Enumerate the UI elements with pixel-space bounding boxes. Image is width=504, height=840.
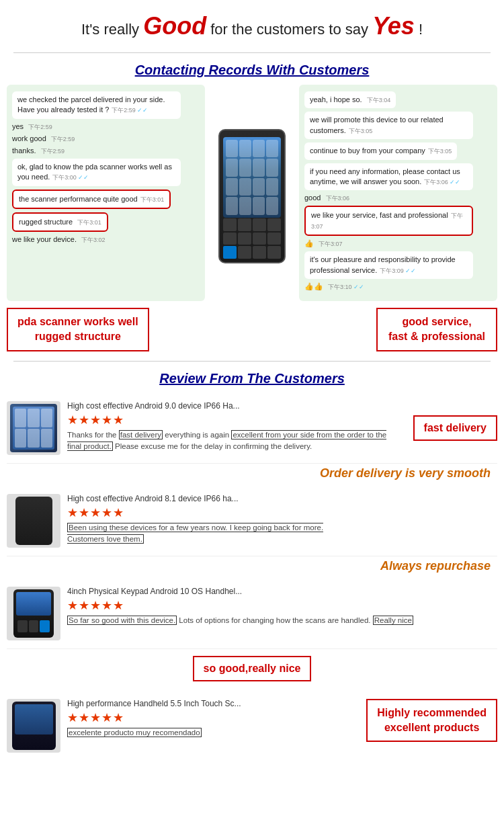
review-callout-4: Highly recommendedexcellent products xyxy=(366,699,497,743)
review-stars-4: ★★★★★ xyxy=(67,710,360,725)
review-callout-3-wrap: so good,really nice xyxy=(7,653,497,684)
callout-left-line1: pda scanner works well xyxy=(17,316,138,327)
review-text-3: So far so good with this device. Lots of… xyxy=(67,615,497,626)
review-product-3: 4inch Physical Keypad Android 10 OS Hand… xyxy=(67,587,497,596)
review-thumb-3 xyxy=(7,587,60,640)
chat-right-panel: yeah, i hope so. 下午3:04 we will promote … xyxy=(299,85,497,301)
chat-left-line-workgood: work good 下午2:59 xyxy=(12,134,200,144)
chat-left-line-thanks: thanks. 下午2:59 xyxy=(12,146,200,156)
callout-right-line1: good service, xyxy=(402,316,471,327)
chat-left-panel: we checked the parcel delivered in your … xyxy=(7,85,205,301)
review-item-1: High cost effective Android 9.0 device I… xyxy=(7,393,497,464)
review-thumb-1 xyxy=(7,401,60,455)
reviews-divider xyxy=(13,361,491,362)
chat-right-bubble-6: it's our pleasure and responsibility to … xyxy=(304,251,473,279)
review-stars-3: ★★★★★ xyxy=(67,598,497,613)
reviews-section-title: Review From The Customers xyxy=(0,371,504,386)
review-item-3: 4inch Physical Keypad Android 10 OS Hand… xyxy=(7,579,497,649)
review-highlight-text-4a: excelente producto muy recomendado xyxy=(67,728,202,737)
review-highlight-text-2a: Been using these devices for a few years… xyxy=(67,523,323,544)
callout-left-line2: rugged structure xyxy=(35,331,121,342)
chat-right-emoji-1: 👍 下午3:07 xyxy=(304,239,492,249)
phone-keypad xyxy=(223,218,281,259)
chat-left-line-device: we like your device. 下午3:02 xyxy=(12,235,200,245)
header-yes: Yes xyxy=(372,12,415,40)
chat-section: we checked the parcel delivered in your … xyxy=(0,85,504,301)
review-highlight-text-1b: excellent from your side from the order … xyxy=(67,430,386,451)
header-middle: for the customers to say xyxy=(206,21,372,38)
review-callout-4-wrap: Highly recommendedexcellent products xyxy=(366,699,497,743)
review-callout-3: so good,really nice xyxy=(193,656,312,681)
review-content-4: High performance Handheld 5.5 Inch Touch… xyxy=(67,699,360,739)
chat-right-emoji-2: 👍👍 下午3:10 ✓✓ xyxy=(304,282,492,292)
review-content-3: 4inch Physical Keypad Android 10 OS Hand… xyxy=(67,587,497,640)
phone-device xyxy=(218,129,286,263)
header-divider xyxy=(13,52,491,53)
callout-right-line2: fast & professional xyxy=(388,331,485,342)
review-item-4: High performance Handheld 5.5 Inch Touch… xyxy=(7,691,497,761)
review-item-2: High cost effective Android 8.1 device I… xyxy=(7,486,497,556)
review-thumb-4 xyxy=(7,699,60,753)
review-content-2: High cost effective Android 8.1 device I… xyxy=(67,494,497,548)
header-suffix: ! xyxy=(415,21,423,38)
chat-right-line-good: good 下午3:06 xyxy=(304,194,492,203)
review-product-1: High cost effective Android 9.0 device I… xyxy=(67,401,403,411)
review-thumb-2 xyxy=(7,494,60,548)
chat-right-bubble-2: we will promote this device to our relat… xyxy=(304,112,473,139)
contacting-section-title: Contacting Records With Customers xyxy=(0,62,504,78)
phone-screen xyxy=(223,137,281,218)
review-highlight-text-3b: Really nice xyxy=(373,616,413,625)
review-text-2: Been using these devices for a few years… xyxy=(67,522,497,546)
review-text-4: excelente producto muy recomendado xyxy=(67,727,360,739)
review-callout-box-1-wrap: fast delivery xyxy=(409,401,497,455)
review-content-1: High cost effective Android 9.0 device I… xyxy=(67,401,403,455)
header-prefix: It's really xyxy=(81,21,143,38)
chat-left-line-yes: yes 下午2:59 xyxy=(12,122,200,132)
header: It's really Good for the customers to sa… xyxy=(0,0,504,47)
header-good: Good xyxy=(143,12,206,40)
phone-image xyxy=(212,85,292,301)
chat-left-bubble-2: ok, glad to know the pda scanner works w… xyxy=(12,159,181,186)
review-stars-2: ★★★★★ xyxy=(67,505,497,520)
callout-right: good service, fast & professional xyxy=(376,308,497,351)
review-highlight-text-3a: So far so good with this device. xyxy=(67,616,177,625)
reviews-section: High cost effective Android 9.0 device I… xyxy=(0,393,504,761)
callout-row: pda scanner works well rugged structure … xyxy=(0,308,504,351)
review-highlight-text-1a: fast delivery xyxy=(119,430,163,439)
chat-left-bubble-4: rugged structure 下午3:01 xyxy=(12,212,108,232)
chat-right-bubble-3: continue to buy from your company下午3:05 xyxy=(304,142,457,159)
chat-right-bubble-1: yeah, i hope so. 下午3:04 xyxy=(304,91,396,108)
chat-right-bubble-4: if you need any information, please cont… xyxy=(304,163,473,191)
review-callout-1: fast delivery xyxy=(413,415,497,441)
chat-right-bubble-5: we like your service, fast and professio… xyxy=(304,206,473,236)
review-text-1: Thanks for the fast delivery everything … xyxy=(67,429,403,453)
chat-left-bubble-1: we checked the parcel delivered in your … xyxy=(12,91,181,119)
chat-left-bubble-3: the scanner performance quite good下午3:01 xyxy=(12,190,171,209)
callout-left: pda scanner works well rugged structure xyxy=(7,308,149,351)
review-stars-1: ★★★★★ xyxy=(67,413,403,427)
review-highlight-label-1: Order delivery is very smooth xyxy=(7,466,497,480)
review-product-4: High performance Handheld 5.5 Inch Touch… xyxy=(67,699,360,708)
review-highlight-label-2: Always repurchase xyxy=(7,559,497,573)
review-product-2: High cost effective Android 8.1 device I… xyxy=(67,494,497,503)
